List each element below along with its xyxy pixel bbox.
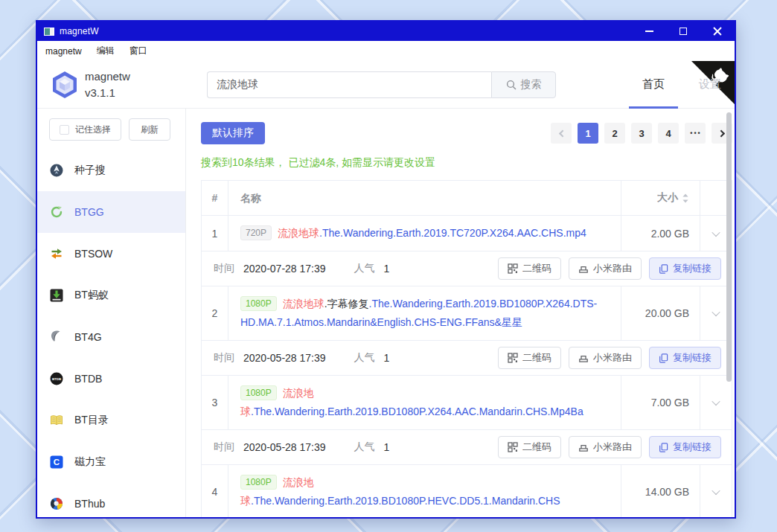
- qrcode-button[interactable]: 二维码: [498, 436, 561, 458]
- bt4g-icon: [50, 330, 63, 344]
- result-title-link[interactable]: 720P流浪地球.The.Wandering.Earth.2019.TC720P…: [228, 216, 621, 251]
- result-row: 31080P流浪地球.The.Wandering.Earth.2019.BD10…: [202, 376, 732, 430]
- time-label: 时间: [214, 351, 234, 365]
- window-title: magnetW: [60, 26, 99, 36]
- sidebar-item-label: 种子搜: [74, 164, 106, 177]
- pagination-prev[interactable]: [551, 123, 572, 144]
- maximize-icon: [680, 28, 687, 35]
- result-size: 14.00 GB: [621, 465, 700, 517]
- mi-router-button[interactable]: 小米路由: [569, 347, 642, 369]
- minimize-button[interactable]: [632, 22, 666, 41]
- app-meta: magnetw v3.1.1: [85, 68, 130, 101]
- result-title-link[interactable]: 1080P流浪地球.The.Wandering.Earth.2019.BD108…: [228, 465, 621, 517]
- header-size[interactable]: 大小: [621, 181, 700, 216]
- sidebar-item-label: BThub: [74, 498, 105, 510]
- time-value: 2020-07-28 17:39: [243, 263, 326, 275]
- sidebar-item-btdb[interactable]: BTDBBTDB: [37, 358, 185, 400]
- close-button[interactable]: [700, 22, 735, 41]
- sidebar-item-bthub[interactable]: BThub: [37, 483, 185, 517]
- qrcode-button[interactable]: 二维码: [498, 257, 561, 280]
- time-value: 2020-05-28 17:39: [243, 352, 326, 364]
- pagination-page-2[interactable]: 2: [604, 123, 625, 144]
- search-input[interactable]: [207, 71, 491, 98]
- chevron-down-icon: [712, 308, 720, 316]
- menu-item-magnetw[interactable]: magnetw: [45, 46, 82, 57]
- result-title-link[interactable]: 1080P流浪地球.The.Wandering.Earth.2019.BD108…: [228, 376, 621, 430]
- time-value: 2020-05-28 17:39: [243, 441, 326, 453]
- remember-selection-label: 记住选择: [75, 124, 111, 136]
- minimize-icon: [645, 31, 653, 32]
- expand-row-button[interactable]: [700, 376, 732, 430]
- result-title-link[interactable]: 1080P流浪地球.字幕修复.The.Wandering.Earth.2019.…: [228, 286, 621, 341]
- window-body: 记住选择 刷新 种子搜BTGGBTSOWBT蚂蚁BT4GBTDBBTDBBT目录…: [37, 109, 735, 517]
- sidebar-item-zhongzisou[interactable]: 种子搜: [37, 150, 185, 191]
- scrollbar-thumb[interactable]: [726, 112, 732, 382]
- pagination-page-1[interactable]: 1: [578, 123, 598, 144]
- pagination-page-4[interactable]: 4: [658, 123, 679, 144]
- sort-caret-icon[interactable]: [682, 193, 689, 203]
- copy-icon: [659, 353, 668, 363]
- router-icon: [578, 442, 589, 452]
- tab-settings[interactable]: 设置: [697, 61, 723, 108]
- titlebar[interactable]: magnetW: [37, 22, 735, 41]
- remember-selection-button[interactable]: 记住选择: [49, 118, 121, 141]
- sidebar-item-btgg[interactable]: BTGG: [37, 191, 185, 233]
- result-status-text: 搜索到10条结果， 已过滤4条, 如需显示请更改设置: [201, 156, 732, 170]
- refresh-label: 刷新: [141, 124, 159, 136]
- qrcode-icon: [508, 263, 518, 274]
- sidebar-item-btmayi[interactable]: BT蚂蚁: [37, 275, 185, 316]
- svg-text:BTDB: BTDB: [52, 377, 61, 381]
- result-row: 21080P流浪地球.字幕修复.The.Wandering.Earth.2019…: [202, 286, 732, 341]
- chevron-left-icon: [558, 129, 566, 137]
- result-index: 3: [202, 376, 228, 430]
- default-sort-button[interactable]: 默认排序: [201, 122, 265, 144]
- popularity-value: 1: [384, 263, 390, 275]
- row-actions: 二维码小米路由复制链接: [498, 347, 721, 369]
- pagination-more[interactable]: •••: [685, 123, 706, 144]
- sidebar-item-label: 磁力宝: [74, 455, 106, 469]
- expand-row-button[interactable]: [700, 465, 732, 517]
- action-label: 小米路由: [593, 440, 632, 454]
- chevron-right-icon: [717, 129, 725, 137]
- resolution-badge: 1080P: [240, 296, 277, 311]
- maximize-button[interactable]: [666, 22, 700, 41]
- result-meta-row: 时间2020-05-28 17:39人气1二维码小米路由复制链接: [202, 430, 732, 465]
- app-window: magnetW magnetw 编辑 窗口: [36, 20, 736, 519]
- copy-link-button[interactable]: 复制链接: [649, 436, 721, 458]
- sidebar-item-cilibao[interactable]: C磁力宝: [37, 441, 185, 483]
- copy-link-button[interactable]: 复制链接: [649, 347, 721, 369]
- pagination-page-3[interactable]: 3: [631, 123, 652, 144]
- menu-item-window[interactable]: 窗口: [130, 45, 147, 57]
- result-meta-row: 时间2020-05-28 17:39人气1二维码小米路由复制链接: [202, 341, 732, 376]
- search-button[interactable]: 搜索: [491, 71, 556, 98]
- checkbox-icon[interactable]: [60, 125, 69, 135]
- search-icon: [506, 80, 517, 90]
- mi-router-button[interactable]: 小米路由: [569, 436, 642, 458]
- main-content: 默认排序 1234••• 搜索到10条结果， 已过滤4条, 如需显示请更改设置 …: [186, 109, 735, 517]
- tab-home[interactable]: 首页: [641, 61, 666, 108]
- sidebar-item-btsow[interactable]: BTSOW: [37, 233, 185, 275]
- results-toolbar: 默认排序 1234•••: [201, 122, 732, 144]
- copy-link-button[interactable]: 复制链接: [649, 257, 721, 280]
- resolution-badge: 1080P: [240, 475, 277, 490]
- action-label: 二维码: [522, 262, 551, 275]
- pagination: 1234•••: [551, 123, 732, 144]
- btsow-icon: [50, 247, 63, 260]
- sidebar-controls: 记住选择 刷新: [49, 118, 185, 141]
- sidebar-item-bt4g[interactable]: BT4G: [37, 316, 185, 358]
- result-size: 2.00 GB: [621, 216, 700, 251]
- time-label: 时间: [214, 262, 234, 275]
- popularity-label: 人气: [354, 440, 375, 454]
- menu-item-edit[interactable]: 编辑: [97, 45, 115, 57]
- sidebar-item-label: BT4G: [74, 331, 102, 343]
- result-size: 7.00 GB: [621, 376, 700, 430]
- mi-router-button[interactable]: 小米路由: [569, 257, 642, 280]
- result-row: 41080P流浪地球.The.Wandering.Earth.2019.BD10…: [202, 465, 732, 517]
- btdb-icon: BTDB: [50, 372, 63, 385]
- qrcode-button[interactable]: 二维码: [498, 347, 561, 369]
- refresh-button[interactable]: 刷新: [129, 118, 170, 141]
- copy-icon: [659, 443, 668, 452]
- hexagon-cube-logo: [51, 71, 79, 102]
- sidebar-item-btmulu[interactable]: BT目录: [37, 400, 185, 441]
- chevron-down-icon: [712, 487, 720, 495]
